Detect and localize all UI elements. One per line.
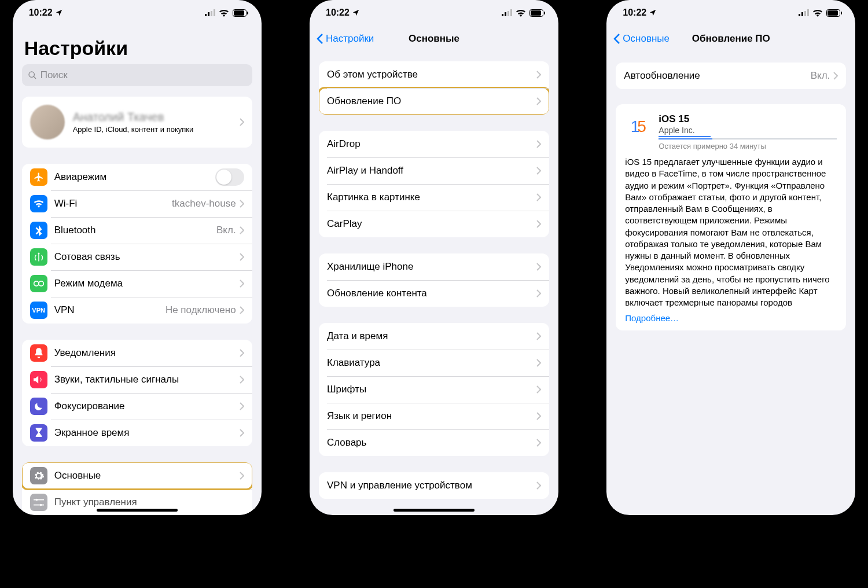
svg-rect-20 xyxy=(531,10,541,16)
storage-row[interactable]: Хранилище iPhone xyxy=(319,253,549,280)
signal-icon xyxy=(799,9,809,16)
svg-rect-1 xyxy=(208,12,209,16)
chevron-right-icon xyxy=(536,482,541,490)
chevron-right-icon xyxy=(536,220,541,228)
status-time: 10:22 xyxy=(326,8,350,18)
carplay-row[interactable]: CarPlay xyxy=(319,211,549,237)
chevron-right-icon xyxy=(536,289,541,297)
back-button[interactable]: Основные xyxy=(613,33,670,45)
airplane-mode-row[interactable]: Авиарежим xyxy=(22,164,252,190)
back-button[interactable]: Настройки xyxy=(317,33,374,45)
status-bar: 10:22 xyxy=(310,0,558,25)
chevron-right-icon xyxy=(240,253,244,261)
chevron-right-icon xyxy=(536,439,541,447)
update-eta: Остается примерно 34 минуты xyxy=(659,142,837,150)
screentime-row[interactable]: Экранное время xyxy=(22,420,252,446)
pip-row[interactable]: Картинка в картинке xyxy=(319,184,549,211)
vpn-icon: VPN xyxy=(30,302,47,319)
svg-rect-6 xyxy=(247,12,248,14)
svg-rect-25 xyxy=(807,9,809,16)
battery-icon xyxy=(826,9,843,17)
svg-rect-12 xyxy=(34,499,44,501)
airplay-row[interactable]: AirPlay и Handoff xyxy=(319,157,549,184)
chevron-right-icon xyxy=(240,376,244,384)
background-refresh-row[interactable]: Обновление контента xyxy=(319,280,549,307)
wifi-icon xyxy=(516,9,526,17)
svg-rect-16 xyxy=(505,12,506,16)
settings-root-screen: 10:22 Настройки Поиск Анатолий Ткачев Ap… xyxy=(13,0,262,515)
wifi-icon xyxy=(30,195,47,212)
status-bar: 10:22 xyxy=(606,0,855,25)
svg-rect-0 xyxy=(205,14,207,16)
chevron-right-icon xyxy=(536,412,541,420)
chevron-right-icon xyxy=(833,72,838,80)
location-icon xyxy=(352,9,360,17)
update-description: iOS 15 предлагает улучшенные функции ауд… xyxy=(625,156,837,308)
speaker-icon xyxy=(30,371,47,388)
svg-rect-28 xyxy=(841,12,842,14)
chevron-right-icon xyxy=(536,167,541,175)
auto-update-row[interactable]: Автообновление Вкл. xyxy=(616,63,846,89)
svg-rect-3 xyxy=(214,9,215,16)
wifi-icon xyxy=(219,9,229,17)
fonts-row[interactable]: Шрифты xyxy=(319,376,549,403)
profile-name: Анатолий Ткачев xyxy=(73,111,240,124)
datetime-row[interactable]: Дата и время xyxy=(319,323,549,350)
signal-icon xyxy=(205,9,215,16)
moon-icon xyxy=(30,398,47,415)
bluetooth-icon xyxy=(30,222,47,239)
search-input[interactable]: Поиск xyxy=(22,64,252,86)
dictionary-row[interactable]: Словарь xyxy=(319,429,549,456)
update-card: 15 iOS 15 Apple Inc. Остается примерно 3… xyxy=(616,104,846,330)
software-update-screen: 10:22 Основные Обновление ПО Автообновле… xyxy=(606,0,855,515)
chevron-left-icon xyxy=(613,33,620,45)
chevron-right-icon xyxy=(536,359,541,367)
chevron-right-icon xyxy=(536,140,541,148)
apple-id-row[interactable]: Анатолий Ткачев Apple ID, iCloud, контен… xyxy=(22,97,252,148)
svg-rect-15 xyxy=(502,14,503,16)
bluetooth-row[interactable]: Bluetooth Вкл. xyxy=(22,217,252,244)
general-row[interactable]: Основные xyxy=(22,462,252,489)
keyboard-row[interactable]: Клавиатура xyxy=(319,350,549,376)
wifi-row[interactable]: Wi-Fi tkachev-house xyxy=(22,190,252,217)
focus-row[interactable]: Фокусирование xyxy=(22,393,252,420)
learn-more-link[interactable]: Подробнее… xyxy=(625,313,679,323)
svg-point-7 xyxy=(29,72,34,77)
svg-rect-24 xyxy=(804,11,806,16)
wifi-icon xyxy=(812,9,823,17)
notifications-row[interactable]: Уведомления xyxy=(22,340,252,366)
chevron-right-icon xyxy=(240,280,244,288)
update-vendor: Apple Inc. xyxy=(659,126,711,137)
chevron-left-icon xyxy=(317,33,323,45)
search-placeholder: Поиск xyxy=(41,69,68,81)
avatar xyxy=(30,105,65,139)
sounds-row[interactable]: Звуки, тактильные сигналы xyxy=(22,366,252,393)
svg-rect-23 xyxy=(801,12,803,16)
airplane-switch[interactable] xyxy=(215,168,244,186)
svg-rect-17 xyxy=(507,11,509,16)
hotspot-row[interactable]: Режим модема xyxy=(22,270,252,297)
svg-rect-14 xyxy=(34,505,44,506)
chevron-right-icon xyxy=(536,385,541,394)
home-indicator[interactable] xyxy=(393,509,475,512)
svg-rect-2 xyxy=(211,11,212,16)
language-row[interactable]: Язык и регион xyxy=(319,403,549,429)
about-row[interactable]: Об этом устройстве xyxy=(319,61,549,88)
gear-icon xyxy=(30,467,47,484)
chevron-right-icon xyxy=(240,402,244,410)
vpn-management-row[interactable]: VPN и управление устройством xyxy=(319,472,549,499)
chevron-right-icon xyxy=(240,349,244,357)
update-title: iOS 15 xyxy=(659,113,837,125)
airdrop-row[interactable]: AirDrop xyxy=(319,131,549,157)
battery-icon xyxy=(529,9,546,17)
chevron-right-icon xyxy=(240,306,244,314)
chevron-right-icon xyxy=(240,226,244,234)
svg-point-9 xyxy=(34,281,38,286)
home-indicator[interactable] xyxy=(97,509,178,512)
cellular-row[interactable]: Сотовая связь xyxy=(22,244,252,270)
software-update-row[interactable]: Обновление ПО xyxy=(319,88,549,115)
hotspot-icon xyxy=(30,275,47,292)
vpn-row[interactable]: VPN VPN Не подключено xyxy=(22,297,252,324)
svg-rect-21 xyxy=(544,12,545,14)
battery-icon xyxy=(233,9,249,17)
